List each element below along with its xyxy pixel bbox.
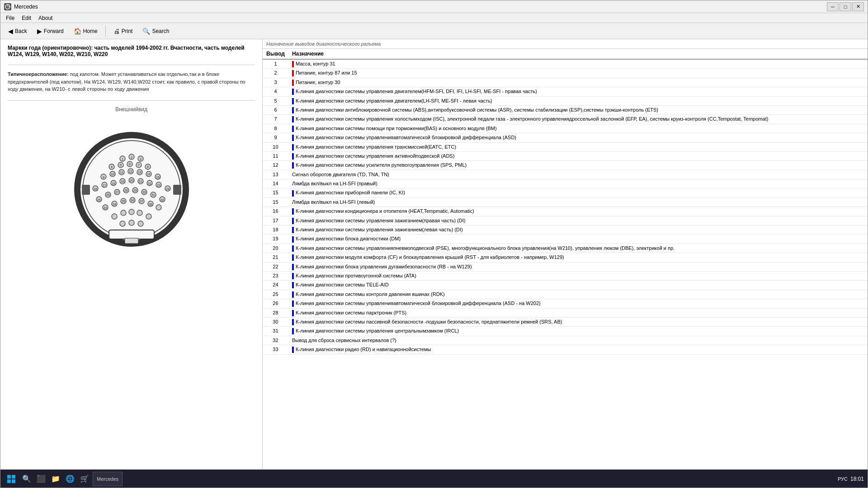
- svg-point-52: [129, 220, 134, 225]
- svg-point-46: [112, 214, 117, 219]
- menu-about[interactable]: About: [35, 14, 56, 22]
- pin-description: К-линия диагностики противоугонной систе…: [288, 271, 868, 280]
- svg-text:26: 26: [106, 193, 110, 197]
- pin-number: 33: [263, 345, 288, 354]
- taskbar-app-title: Mercedes: [97, 476, 118, 482]
- menu-file[interactable]: File: [2, 14, 18, 22]
- pin-color-bar: [292, 300, 294, 307]
- svg-point-47: [121, 210, 126, 216]
- minimize-button[interactable]: ─: [827, 2, 839, 11]
- table-row: 21К-линия диагностики модуля комфорта (C…: [263, 253, 868, 262]
- svg-text:29: 29: [133, 189, 137, 192]
- table-row: 20К-линия диагностики системы управления…: [263, 244, 868, 253]
- svg-text:6: 6: [129, 163, 131, 166]
- svg-point-45: [156, 205, 161, 210]
- table-row: 6К-линия диагностики антиблокировочной с…: [263, 105, 868, 114]
- taskbar-search-icon[interactable]: 🔍: [20, 473, 33, 485]
- menu-edit[interactable]: Edit: [18, 14, 35, 22]
- pin-number: 24: [263, 281, 288, 290]
- pin-description: К-линия диагностики системы парктроник (…: [288, 308, 868, 317]
- pin-number: 15: [263, 188, 288, 197]
- svg-text:16: 16: [94, 188, 97, 191]
- svg-text:33: 33: [104, 206, 107, 210]
- pin-number: 6: [263, 105, 288, 114]
- svg-rect-92: [82, 185, 90, 195]
- pin-description: Масса, контур 31: [288, 59, 868, 69]
- svg-text:19: 19: [121, 180, 124, 183]
- pin-number: 19: [263, 235, 288, 244]
- pin-color-bar: [292, 273, 294, 279]
- back-button[interactable]: ◀ Back: [4, 25, 31, 37]
- forward-icon: ▶: [37, 28, 42, 35]
- pin-number: 14: [263, 179, 288, 188]
- year-section: Маркки года (ориентировочно): часть моде…: [8, 45, 255, 57]
- taskbar-explorer-icon[interactable]: 📁: [49, 473, 62, 485]
- table-row: 11К-линия диагностики системы управления…: [263, 151, 868, 160]
- svg-rect-95: [12, 475, 15, 479]
- connector-svg: 1 2 3 4 5 6 7 8 9 10 11 12 13 14 15 16: [68, 122, 195, 257]
- taskbar-store-icon[interactable]: 🛒: [78, 473, 91, 485]
- table-row: 15Лямбда вкл/выкл на LH-SFI (левый): [263, 197, 868, 206]
- pin-description: К-линия диагностики приборной панели (IC…: [288, 188, 868, 197]
- svg-rect-97: [12, 479, 15, 483]
- table-row: 25К-линия диагностики системы контроля д…: [263, 290, 868, 299]
- home-button[interactable]: 🏠 Home: [70, 25, 102, 37]
- forward-button[interactable]: ▶ Forward: [33, 25, 68, 37]
- table-row: 5К-линия диагностики системы управления …: [263, 96, 868, 105]
- table-row: 15К-линия диагностики приборной панели (…: [263, 188, 868, 197]
- pin-description: К-линия диагностики системы управления д…: [288, 87, 868, 96]
- svg-text:11: 11: [120, 171, 123, 174]
- location-section: Типичноерасположение: под капотом. Может…: [8, 70, 255, 93]
- svg-text:32: 32: [160, 198, 164, 202]
- pin-description: К-линия диагностики системы управления з…: [288, 225, 868, 235]
- table-row: 22К-линия диагностики блока управления д…: [263, 262, 868, 271]
- pin-description: К-линия диагностики радио (RD) и навигац…: [288, 345, 868, 354]
- pin-description: К-линия диагностики системы контроля дав…: [288, 290, 868, 299]
- taskbar-app-mercedes[interactable]: Mercedes: [93, 472, 123, 486]
- svg-text:1: 1: [122, 158, 123, 161]
- pin-number: 9: [263, 133, 288, 142]
- maximize-button[interactable]: □: [840, 2, 851, 11]
- table-row: 9К-линия диагностики системы управленияа…: [263, 133, 868, 142]
- pin-description: К-линия диагностики модуля комфорта (CF)…: [288, 253, 868, 262]
- pin-number: 17: [263, 216, 288, 225]
- svg-point-53: [138, 221, 143, 226]
- print-button[interactable]: 🖨 Print: [109, 25, 137, 37]
- toolbar-separator: [105, 26, 106, 37]
- pin-color-bar: [292, 291, 294, 298]
- svg-text:7: 7: [138, 164, 140, 167]
- pin-description: К-линия диагностики системы управления д…: [288, 96, 868, 105]
- svg-rect-96: [7, 479, 11, 483]
- pin-color-bar: [292, 264, 294, 270]
- taskbar-edge-icon[interactable]: 🌐: [64, 473, 76, 485]
- pin-color-bar: [292, 89, 294, 95]
- pin-color-bar: [292, 208, 294, 215]
- svg-text:36: 36: [131, 199, 134, 202]
- search-button[interactable]: 🔍 Search: [138, 25, 173, 37]
- print-icon: 🖨: [113, 28, 120, 35]
- svg-rect-93: [173, 185, 181, 195]
- close-button[interactable]: ✕: [852, 2, 864, 11]
- svg-text:37: 37: [140, 200, 143, 203]
- svg-text:5: 5: [120, 164, 122, 167]
- pin-description: Лямбда вкл/выкл на LH-SFI (правый): [288, 179, 868, 188]
- svg-text:20: 20: [130, 179, 133, 182]
- pin-color-bar: [292, 282, 294, 288]
- view-label: Внешнийвид: [8, 106, 255, 113]
- start-button[interactable]: [4, 472, 19, 486]
- taskbar-task-view-icon[interactable]: ⬛: [35, 473, 47, 485]
- main-window: Mercedes ─ □ ✕ File Edit About ◀ Back ▶ …: [0, 0, 868, 488]
- table-row: 17К-линия диагностики системы управления…: [263, 216, 868, 225]
- pin-number: 10: [263, 142, 288, 151]
- pin-color-bar: [292, 227, 294, 233]
- pin-description: Вывод для сброса сервисных интервалов (?…: [288, 336, 868, 345]
- table-row: 30К-линия диагностики системы пассивной …: [263, 317, 868, 326]
- table-row: 28К-линия диагностики системы парктроник…: [263, 308, 868, 317]
- pin-color-bar: [292, 162, 294, 169]
- pin-description: Лямбда вкл/выкл на LH-SFI (левый): [288, 197, 868, 206]
- pin-color-bar: [292, 135, 294, 141]
- main-area: Маркки года (ориентировочно): часть моде…: [0, 39, 868, 469]
- pin-color-bar: [292, 98, 294, 104]
- pin-number: 4: [263, 87, 288, 96]
- window-title: Mercedes: [14, 4, 38, 10]
